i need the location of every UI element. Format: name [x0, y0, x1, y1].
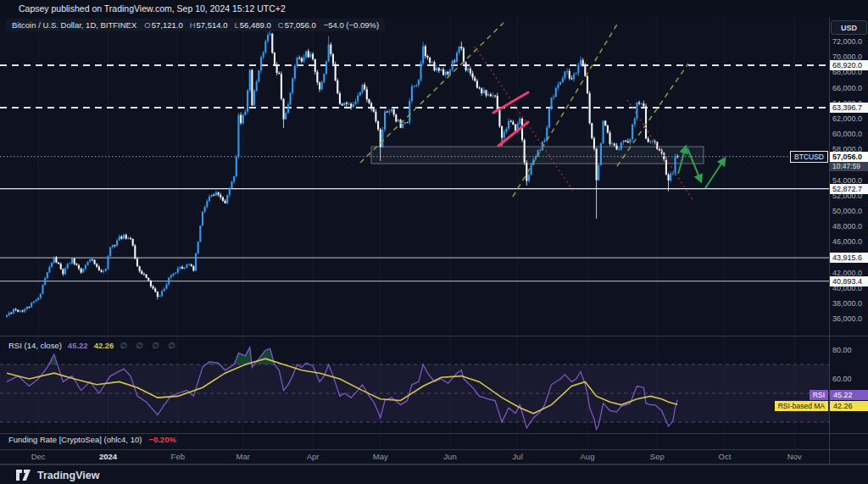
time-axis-label-jun: Jun: [443, 452, 456, 461]
tradingview-logo-icon[interactable]: [15, 469, 31, 481]
time-axis-label-2024: 2024: [99, 452, 117, 461]
ohlc-c: C57,056.0: [278, 20, 316, 30]
ohlc-h: H57,514.0: [190, 20, 228, 30]
time-axis-label-apr: Apr: [307, 452, 320, 461]
ohlc-o: O57,121.0: [144, 20, 182, 30]
rsi-ma-value-chip: 42.26: [830, 401, 868, 411]
time-axis-label-aug: Aug: [581, 452, 595, 461]
price-tick-label: 60,000.0: [832, 130, 862, 138]
time-axis-label-nov: Nov: [787, 452, 802, 461]
time-axis-label-mar: Mar: [236, 452, 250, 461]
rsi-ma-value: 42.26: [94, 341, 114, 350]
rsi-legend[interactable]: RSI (14, close) 45.22 42.26 ∅ ∅ ∅ ∅: [8, 341, 178, 350]
funding-value: −0.20%: [148, 435, 176, 444]
price-level-chip: 68,920.0: [830, 60, 868, 70]
price-tick-label: 48,000.0: [832, 222, 862, 231]
price-tick-label: 72,000.0: [832, 37, 862, 46]
symbol-price-tag: BTCUSD: [790, 151, 828, 163]
price-tick-label: 36,000.0: [832, 314, 862, 323]
rsi-title: RSI (14, close): [8, 341, 62, 350]
time-axis-label-feb: Feb: [171, 452, 185, 461]
current-price-label: 57,056.0: [830, 152, 868, 162]
symbol-legend[interactable]: Bitcoin / U.S. Dollar, 1D, BITFINEX O57,…: [6, 19, 385, 31]
bar-countdown: 10:47:59: [830, 162, 868, 171]
currency-usd-button[interactable]: USD: [831, 20, 867, 35]
tradingview-published-chart: Capsey published on TradingView.com, Sep…: [0, 0, 868, 484]
price-tick-label: 62,000.0: [832, 114, 862, 123]
rsi-tick-label: 60.00: [832, 375, 852, 383]
funding-rate-legend[interactable]: Funding Rate [CryptoSea] (ohlc4, 10) −0.…: [8, 435, 176, 444]
footer-bar: TradingView: [0, 465, 868, 484]
ohlc-l: L56,489.0: [235, 20, 271, 30]
rsi-line-value-chip: 45.22: [830, 390, 868, 400]
publish-bar: Capsey published on TradingView.com, Sep…: [0, 0, 868, 17]
funding-title: Funding Rate [CryptoSea] (ohlc4, 10): [8, 435, 142, 444]
time-axis-label-jul: Jul: [513, 452, 523, 461]
rsi-value: 45.22: [68, 341, 88, 350]
change-value: −54.0 (−0.09%): [324, 20, 380, 30]
price-tick-label: 38,000.0: [832, 299, 862, 308]
rsi-line-tag: RSI: [810, 390, 828, 400]
time-axis-label-dec: Dec: [31, 452, 46, 461]
time-axis-label-may: May: [373, 452, 388, 461]
price-level-chip: 63,396.7: [830, 103, 868, 113]
publish-text: Capsey published on TradingView.com, Sep…: [19, 3, 286, 14]
price-tick-label: 46,000.0: [832, 237, 862, 246]
symbol-title: Bitcoin / U.S. Dollar, 1D, BITFINEX: [12, 20, 136, 30]
chart-canvas[interactable]: [0, 0, 868, 484]
rsi-hidden-plots: ∅ ∅ ∅ ∅: [120, 341, 178, 350]
price-tick-label: 66,000.0: [832, 84, 862, 92]
time-axis-label-oct: Oct: [719, 452, 732, 461]
time-axis-label-sep: Sep: [650, 452, 665, 461]
price-level-chip: 40,893.4: [830, 276, 868, 287]
rsi-tick-label: 80.00: [832, 346, 852, 354]
tradingview-brand-text[interactable]: TradingView: [37, 470, 99, 481]
price-level-chip: 43,915.6: [830, 253, 868, 263]
rsi-ma-tag: RSI-based MA: [775, 401, 828, 411]
price-level-chip: 52,872.7: [830, 184, 868, 194]
ohlc-values: O57,121.0H57,514.0L56,489.0C57,056.0: [144, 20, 315, 30]
price-tick-label: 50,000.0: [832, 207, 862, 215]
